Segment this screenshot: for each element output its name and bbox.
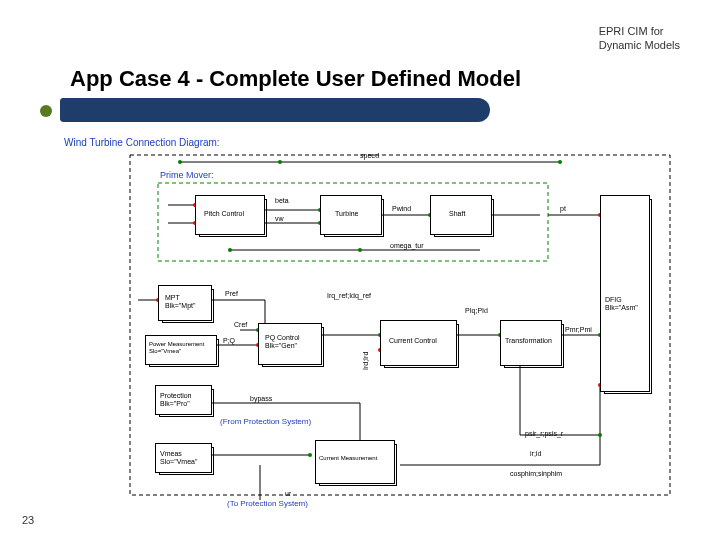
signal-irid: ir;id — [530, 450, 541, 458]
title-underline — [60, 98, 490, 122]
block-vmeas-label: Vmeas Slo="Vmea" — [160, 450, 197, 465]
svg-point-3 — [178, 160, 182, 164]
block-current-control: Current Control — [380, 320, 457, 366]
block-pitch-control: Pitch Control — [195, 195, 265, 235]
block-current-measurement: Current Measurement — [315, 440, 395, 484]
block-shaft-label: Shaft — [449, 210, 465, 218]
signal-pwind: Pwind — [392, 205, 411, 213]
block-vmeas: Vmeas Slo="Vmea" — [155, 443, 212, 473]
block-transformation-label: Transformation — [505, 337, 552, 345]
signal-pt: pt — [560, 205, 566, 213]
header-label: EPRI CIM for Dynamic Models — [599, 24, 680, 53]
block-mpt-label: MPT Blk="Mpt" — [165, 294, 195, 309]
signal-cref: Cref — [234, 321, 247, 329]
block-current-measurement-label: Current Measurement — [319, 455, 377, 462]
block-pitch-control-label: Pitch Control — [204, 210, 244, 218]
to-protection-label: (To Protection System) — [227, 500, 308, 509]
signal-vw: vw — [275, 215, 284, 223]
signal-pmr-pmi: Pmr;Pmi — [565, 326, 592, 334]
signal-omega-tur: omega_tur — [390, 242, 423, 250]
signal-piq-pid: PIq;PId — [465, 307, 488, 315]
svg-point-5 — [558, 160, 562, 164]
block-turbine-label: Turbine — [335, 210, 358, 218]
signal-ur: ur — [285, 490, 291, 498]
block-dfig: DFIG Blk="Asm" — [600, 195, 650, 392]
block-turbine: Turbine — [320, 195, 382, 235]
signal-pref: Pref — [225, 290, 238, 298]
block-power-measurement-label: Power Measurement Slo="Vmea" — [149, 341, 204, 354]
block-protection-label: Protection Blk="Pro" — [160, 392, 192, 407]
block-transformation: Transformation — [500, 320, 562, 366]
svg-point-21 — [228, 248, 232, 252]
page-title: App Case 4 - Complete User Defined Model — [70, 66, 521, 92]
signal-bypass: bypass — [250, 395, 272, 403]
prime-mover-label: Prime Mover: — [160, 171, 214, 181]
block-mpt: MPT Blk="Mpt" — [158, 285, 212, 321]
page-number: 23 — [22, 514, 34, 526]
diagram-caption: Wind Turbine Connection Diagram: — [64, 137, 220, 148]
signal-p-q: P;Q — [223, 337, 235, 345]
signal-irq-ref: Irq_ref;Idq_ref — [327, 292, 371, 300]
block-dfig-label: DFIG Blk="Asm" — [605, 296, 638, 311]
svg-point-22 — [358, 248, 362, 252]
block-shaft: Shaft — [430, 195, 492, 235]
svg-point-4 — [278, 160, 282, 164]
signal-ird: Ird;Ird — [362, 352, 370, 370]
signal-speed: speed — [360, 152, 379, 160]
block-current-control-label: Current Control — [389, 337, 437, 345]
header-org: EPRI CIM for — [599, 24, 680, 38]
block-power-measurement: Power Measurement Slo="Vmea" — [145, 335, 217, 365]
block-pq-control-label: PQ Control Blk="Gen" — [265, 334, 300, 349]
wind-turbine-connection-diagram: Wind Turbine Connection Diagram: Prime M… — [60, 135, 680, 525]
from-protection-label: (From Protection System) — [220, 418, 311, 427]
block-protection: Protection Blk="Pro" — [155, 385, 212, 415]
title-bullet-icon — [40, 105, 52, 117]
block-pq-control: PQ Control Blk="Gen" — [258, 323, 322, 365]
svg-point-63 — [308, 453, 312, 457]
signal-cosphim: cosphim;sinphim — [510, 470, 562, 478]
signal-beta: beta — [275, 197, 289, 205]
header-sub: Dynamic Models — [599, 38, 680, 52]
svg-point-59 — [598, 433, 602, 437]
signal-psir: psir_r;psis_r — [525, 430, 563, 438]
